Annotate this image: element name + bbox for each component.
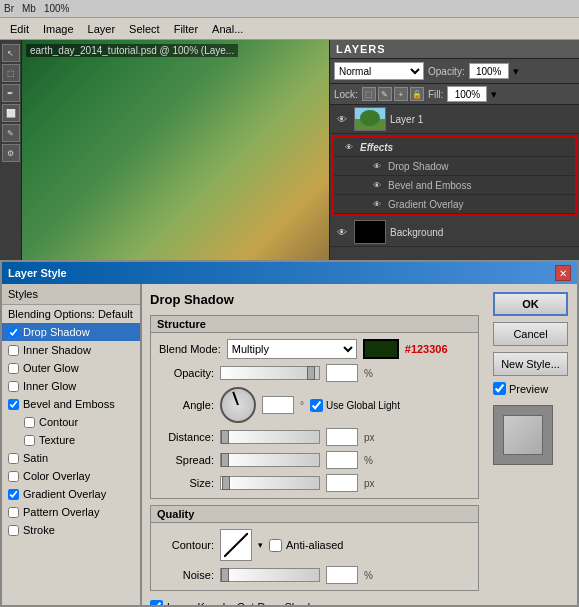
dialog-close-button[interactable]: ✕ xyxy=(555,265,571,281)
preview-row: Preview xyxy=(493,382,571,395)
noise-slider[interactable] xyxy=(220,568,320,582)
noise-num-input[interactable]: 0 xyxy=(326,566,358,584)
styles-panel-title: Styles xyxy=(2,284,140,305)
tool-lasso[interactable]: ✒ xyxy=(2,84,20,102)
lock-transparent-btn[interactable]: ⬚ xyxy=(362,87,376,101)
sidebar-item-drop-shadow[interactable]: Drop Shadow xyxy=(2,323,140,341)
table-row[interactable]: 👁 Layer 1 xyxy=(330,105,579,134)
stroke-checkbox[interactable] xyxy=(8,525,19,536)
effects-label-row: 👁 Effects xyxy=(334,138,575,157)
sidebar-item-texture[interactable]: Texture xyxy=(2,431,140,449)
spread-slider[interactable] xyxy=(220,453,320,467)
color-swatch[interactable] xyxy=(363,339,399,359)
sidebar-item-inner-shadow[interactable]: Inner Shadow xyxy=(2,341,140,359)
angle-num-input[interactable]: 110 xyxy=(262,396,294,414)
menu-edit[interactable]: Edit xyxy=(4,21,35,37)
distance-unit: px xyxy=(364,432,375,443)
opacity-label-field: Opacity: xyxy=(159,367,214,379)
list-item[interactable]: 👁 Gradient Overlay xyxy=(334,195,575,214)
color-overlay-checkbox[interactable] xyxy=(8,471,19,482)
mb-btn[interactable]: Mb xyxy=(22,3,36,14)
pattern-overlay-checkbox[interactable] xyxy=(8,507,19,518)
opacity-num-input[interactable]: 95 xyxy=(326,364,358,382)
sidebar-item-color-overlay[interactable]: Color Overlay xyxy=(2,467,140,485)
distance-row: Distance: 0 px xyxy=(159,428,470,446)
lock-all-btn[interactable]: 🔒 xyxy=(410,87,424,101)
layer2-eye-icon[interactable]: 👁 xyxy=(334,224,350,240)
tool-move[interactable]: ↖ xyxy=(2,44,20,62)
blend-mode-dropdown[interactable]: Multiply Normal Screen xyxy=(227,339,357,359)
br-btn[interactable]: Br xyxy=(4,3,14,14)
menu-anal[interactable]: Anal... xyxy=(206,21,249,37)
bevel-emboss-checkbox[interactable] xyxy=(8,399,19,410)
inner-glow-checkbox[interactable] xyxy=(8,381,19,392)
opacity-slider[interactable] xyxy=(220,366,320,380)
sidebar-item-bevel-emboss[interactable]: Bevel and Emboss xyxy=(2,395,140,413)
sidebar-item-contour[interactable]: Contour xyxy=(2,413,140,431)
gradient-overlay-checkbox[interactable] xyxy=(8,489,19,500)
eye-icon[interactable]: 👁 xyxy=(334,111,350,127)
distance-slider-container xyxy=(220,430,320,444)
fill-arrow[interactable]: ▾ xyxy=(491,88,497,101)
sidebar-item-blending[interactable]: Blending Options: Default xyxy=(2,305,140,323)
menu-layer[interactable]: Layer xyxy=(82,21,122,37)
sidebar-item-inner-glow[interactable]: Inner Glow xyxy=(2,377,140,395)
size-num-input[interactable]: 1 xyxy=(326,474,358,492)
effects-section: 👁 Effects 👁 Drop Shadow 👁 Bevel and Embo… xyxy=(332,136,577,216)
anti-aliased-checkbox[interactable] xyxy=(269,539,282,552)
spread-label: Spread: xyxy=(159,454,214,466)
canvas-area[interactable]: earth_day_2014_tutorial.psd @ 100% (Laye… xyxy=(22,40,329,285)
tool-crop[interactable]: ⬜ xyxy=(2,104,20,122)
distance-num-input[interactable]: 0 xyxy=(326,428,358,446)
angle-label: Angle: xyxy=(159,399,214,411)
drop-shadow-checkbox[interactable] xyxy=(8,327,19,338)
layer-knocks-checkbox[interactable] xyxy=(150,600,163,605)
effect2-eye-icon[interactable]: 👁 xyxy=(370,177,384,193)
tool-select[interactable]: ⬚ xyxy=(2,64,20,82)
angle-dial[interactable] xyxy=(220,387,256,423)
effects-eye-icon[interactable]: 👁 xyxy=(342,139,356,155)
tool-brush[interactable]: ⚙ xyxy=(2,144,20,162)
distance-slider[interactable] xyxy=(220,430,320,444)
sidebar-item-pattern-overlay[interactable]: Pattern Overlay xyxy=(2,503,140,521)
sidebar-item-stroke[interactable]: Stroke xyxy=(2,521,140,539)
size-slider[interactable] xyxy=(220,476,320,490)
new-style-button[interactable]: New Style... xyxy=(493,352,568,376)
contour-checkbox[interactable] xyxy=(24,417,35,428)
sidebar-item-outer-glow[interactable]: Outer Glow xyxy=(2,359,140,377)
effect3-eye-icon[interactable]: 👁 xyxy=(370,196,384,212)
fill-input[interactable] xyxy=(447,86,487,102)
table-row[interactable]: 👁 Background xyxy=(330,218,579,247)
sidebar-item-satin[interactable]: Satin xyxy=(2,449,140,467)
size-row: Size: 1 px xyxy=(159,474,470,492)
lock-image-btn[interactable]: ✎ xyxy=(378,87,392,101)
opacity-arrow[interactable]: ▾ xyxy=(513,65,519,78)
texture-checkbox[interactable] xyxy=(24,435,35,446)
spread-num-input[interactable]: 0 xyxy=(326,451,358,469)
use-global-light-label: Use Global Light xyxy=(326,400,400,411)
preview-checkbox[interactable] xyxy=(493,382,506,395)
contour-preview[interactable] xyxy=(220,529,252,561)
effect1-eye-icon[interactable]: 👁 xyxy=(370,158,384,174)
contour-dropdown-arrow[interactable]: ▾ xyxy=(258,540,263,550)
inner-shadow-checkbox[interactable] xyxy=(8,345,19,356)
lock-label: Lock: xyxy=(334,89,358,100)
opacity-input[interactable] xyxy=(469,63,509,79)
menu-filter[interactable]: Filter xyxy=(168,21,204,37)
list-item[interactable]: 👁 Bevel and Emboss xyxy=(334,176,575,195)
menu-select[interactable]: Select xyxy=(123,21,166,37)
menu-image[interactable]: Image xyxy=(37,21,80,37)
list-item[interactable]: 👁 Drop Shadow xyxy=(334,157,575,176)
satin-checkbox[interactable] xyxy=(8,453,19,464)
sidebar-item-gradient-overlay[interactable]: Gradient Overlay xyxy=(2,485,140,503)
workspace: ↖ ⬚ ✒ ⬜ ✎ ⚙ earth_day_2014_tutorial.psd … xyxy=(0,40,579,285)
spread-unit: % xyxy=(364,455,373,466)
layer2-name: Background xyxy=(390,227,443,238)
tool-eyedrop[interactable]: ✎ xyxy=(2,124,20,142)
blend-mode-select[interactable]: Normal xyxy=(334,62,424,80)
outer-glow-checkbox[interactable] xyxy=(8,363,19,374)
use-global-light-checkbox[interactable] xyxy=(310,399,323,412)
ok-button[interactable]: OK xyxy=(493,292,568,316)
lock-position-btn[interactable]: + xyxy=(394,87,408,101)
cancel-button[interactable]: Cancel xyxy=(493,322,568,346)
